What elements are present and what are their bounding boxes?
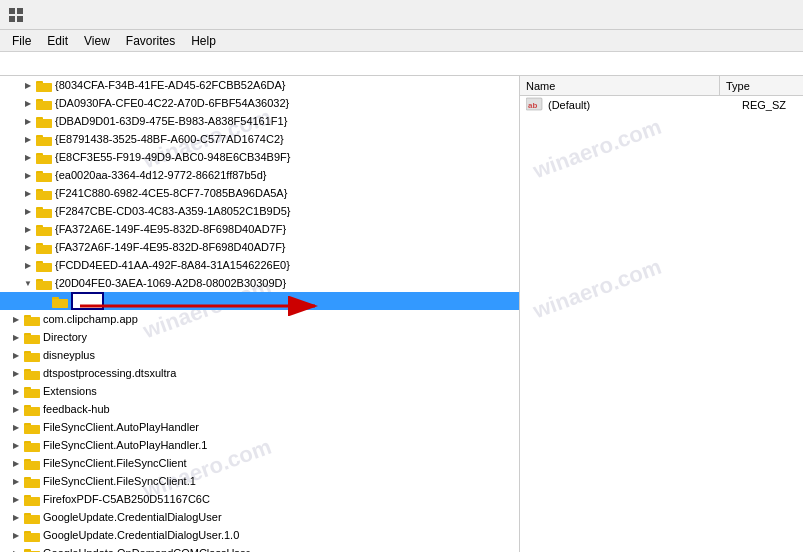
menu-item-edit[interactable]: Edit	[39, 32, 76, 50]
tree-item-item20[interactable]: ▶ FileSyncClient.AutoPlayHandler.1	[0, 436, 519, 454]
tree-item-item7[interactable]: ▶ {F241C880-6982-4CE5-8CF7-7085BA96DA5A}	[0, 184, 519, 202]
svg-rect-36	[36, 263, 52, 272]
menu-item-view[interactable]: View	[76, 32, 118, 50]
tree-label-item8: {F2847CBE-CD03-4C83-A359-1A8052C1B9D5}	[55, 205, 290, 217]
tree-item-item12[interactable]: ▼ {20D04FE0-3AEA-1069-A2D8-08002B30309D}	[0, 274, 519, 292]
folder-icon-item2	[36, 96, 52, 110]
tree-toggle-item18[interactable]: ▶	[8, 400, 24, 418]
svg-rect-12	[36, 119, 52, 128]
folder-icon-item14	[24, 330, 40, 344]
tree-item-item13[interactable]: ▶ com.clipchamp.app	[0, 310, 519, 328]
tree-toggle-item16[interactable]: ▶	[8, 364, 24, 382]
minimize-button[interactable]	[657, 0, 703, 30]
tree-item-item9[interactable]: ▶ {FA372A6E-149F-4E95-832D-8F698D40AD7F}	[0, 220, 519, 238]
menu-bar: FileEditViewFavoritesHelp	[0, 30, 803, 52]
svg-rect-15	[36, 137, 52, 146]
tree-toggle-item23[interactable]: ▶	[8, 490, 24, 508]
tree-toggle-item11[interactable]: ▶	[20, 256, 36, 274]
tree-toggle-item25[interactable]: ▶	[8, 526, 24, 544]
tree-toggle-item9[interactable]: ▶	[20, 220, 36, 238]
tree-item-item2[interactable]: ▶ {DA0930FA-CFE0-4C22-A70D-6FBF54A36032}	[0, 94, 519, 112]
tree-toggle-item2[interactable]: ▶	[20, 94, 36, 112]
tree-label-item4: {E8791438-3525-48BF-A600-C577AD1674C2}	[55, 133, 284, 145]
tree-toggle-item1[interactable]: ▶	[20, 76, 36, 94]
tree-label-item3: {DBAD9D01-63D9-475E-B983-A838F54161F1}	[55, 115, 287, 127]
tree-label-item22: FileSyncClient.FileSyncClient.1	[43, 475, 196, 487]
folder-icon-item9	[36, 222, 52, 236]
folder-icon-item18	[24, 402, 40, 416]
tree-toggle-item12a[interactable]	[36, 292, 52, 310]
tree-item-item4[interactable]: ▶ {E8791438-3525-48BF-A600-C577AD1674C2}	[0, 130, 519, 148]
tree-toggle-item12[interactable]: ▼	[20, 274, 36, 292]
tree-label-item6: {ea0020aa-3364-4d12-9772-86621ff87b5d}	[55, 169, 266, 181]
tree-toggle-item17[interactable]: ▶	[8, 382, 24, 400]
folder-icon-item19	[24, 420, 40, 434]
tree-item-item25[interactable]: ▶ GoogleUpdate.CredentialDialogUser.1.0	[0, 526, 519, 544]
tree-item-item3[interactable]: ▶ {DBAD9D01-63D9-475E-B983-A838F54161F1}	[0, 112, 519, 130]
tree-item-item1[interactable]: ▶ {8034CFA-F34B-41FE-AD45-62FCBB52A6DA}	[0, 76, 519, 94]
tree-item-item19[interactable]: ▶ FileSyncClient.AutoPlayHandler	[0, 418, 519, 436]
folder-icon-item26	[24, 546, 40, 552]
tree-item-item26[interactable]: ▶ GoogleUpdate.OnDemandCOMClassUser	[0, 544, 519, 552]
tree-toggle-item3[interactable]: ▶	[20, 112, 36, 130]
tree-toggle-item15[interactable]: ▶	[8, 346, 24, 364]
app-icon	[8, 7, 24, 23]
svg-rect-27	[36, 209, 52, 218]
tree-label-item2: {DA0930FA-CFE0-4C22-A70D-6FBF54A36032}	[55, 97, 289, 109]
tree-label-item1: {8034CFA-F34B-41FE-AD45-62FCBB52A6DA}	[55, 79, 286, 91]
tree-toggle-item21[interactable]: ▶	[8, 454, 24, 472]
tree-label-item26: GoogleUpdate.OnDemandCOMClassUser	[43, 547, 250, 552]
tree-item-item18[interactable]: ▶ feedback-hub	[0, 400, 519, 418]
tree-item-item23[interactable]: ▶ FirefoxPDF-C5AB250D51167C6C	[0, 490, 519, 508]
tree-item-item12a[interactable]: shell	[0, 292, 519, 310]
tree-toggle-item10[interactable]: ▶	[20, 238, 36, 256]
tree-toggle-item5[interactable]: ▶	[20, 148, 36, 166]
folder-icon-item10	[36, 240, 52, 254]
tree-toggle-item4[interactable]: ▶	[20, 130, 36, 148]
tree-toggle-item22[interactable]: ▶	[8, 472, 24, 490]
tree-item-item6[interactable]: ▶ {ea0020aa-3364-4d12-9772-86621ff87b5d}	[0, 166, 519, 184]
tree-item-item16[interactable]: ▶ dtspostprocessing.dtsxultra	[0, 364, 519, 382]
tree-item-item21[interactable]: ▶ FileSyncClient.FileSyncClient	[0, 454, 519, 472]
tree-label-item19: FileSyncClient.AutoPlayHandler	[43, 421, 199, 433]
svg-rect-57	[24, 389, 40, 398]
tree-label-item25: GoogleUpdate.CredentialDialogUser.1.0	[43, 529, 239, 541]
tree-item-item8[interactable]: ▶ {F2847CBE-CD03-4C83-A359-1A8052C1B9D5}	[0, 202, 519, 220]
right-value-name: (Default)	[548, 99, 742, 111]
tree-toggle-item8[interactable]: ▶	[20, 202, 36, 220]
tree-toggle-item7[interactable]: ▶	[20, 184, 36, 202]
column-type-header: Type	[720, 76, 803, 95]
tree-item-item5[interactable]: ▶ {E8CF3E55-F919-49D9-ABC0-948E6CB34B9F}	[0, 148, 519, 166]
tree-toggle-item20[interactable]: ▶	[8, 436, 24, 454]
svg-rect-51	[24, 353, 40, 362]
address-bar[interactable]	[0, 52, 803, 76]
folder-icon-item6	[36, 168, 52, 182]
tree-toggle-item26[interactable]: ▶	[8, 544, 24, 552]
svg-rect-45	[24, 317, 40, 326]
tree-item-item10[interactable]: ▶ {FA372A6F-149F-4E95-832D-8F698D40AD7F}	[0, 238, 519, 256]
tree-item-item15[interactable]: ▶ disneyplus	[0, 346, 519, 364]
menu-item-file[interactable]: File	[4, 32, 39, 50]
tree-item-item14[interactable]: ▶ Directory	[0, 328, 519, 346]
tree-toggle-item6[interactable]: ▶	[20, 166, 36, 184]
folder-icon-item12a	[52, 294, 68, 308]
tree-toggle-item13[interactable]: ▶	[8, 310, 24, 328]
menu-item-favorites[interactable]: Favorites	[118, 32, 183, 50]
tree-item-item17[interactable]: ▶ Extensions	[0, 382, 519, 400]
close-button[interactable]	[749, 0, 795, 30]
tree-toggle-item24[interactable]: ▶	[8, 508, 24, 526]
tree-toggle-item19[interactable]: ▶	[8, 418, 24, 436]
tree-item-item22[interactable]: ▶ FileSyncClient.FileSyncClient.1	[0, 472, 519, 490]
menu-item-help[interactable]: Help	[183, 32, 224, 50]
right-data-row[interactable]: ab (Default)REG_SZ	[520, 96, 803, 114]
folder-icon-item22	[24, 474, 40, 488]
tree-item-item11[interactable]: ▶ {FCDD4EED-41AA-492F-8A84-31A1546226E0}	[0, 256, 519, 274]
svg-rect-48	[24, 335, 40, 344]
tree-toggle-item14[interactable]: ▶	[8, 328, 24, 346]
editing-label-item12a[interactable]: shell	[71, 292, 104, 310]
tree-panel[interactable]: winaero.com winaero.com winaero.com ▶ {8…	[0, 76, 520, 552]
tree-label-item24: GoogleUpdate.CredentialDialogUser	[43, 511, 222, 523]
tree-item-item24[interactable]: ▶ GoogleUpdate.CredentialDialogUser	[0, 508, 519, 526]
maximize-button[interactable]	[703, 0, 749, 30]
folder-icon-item12	[36, 276, 52, 290]
